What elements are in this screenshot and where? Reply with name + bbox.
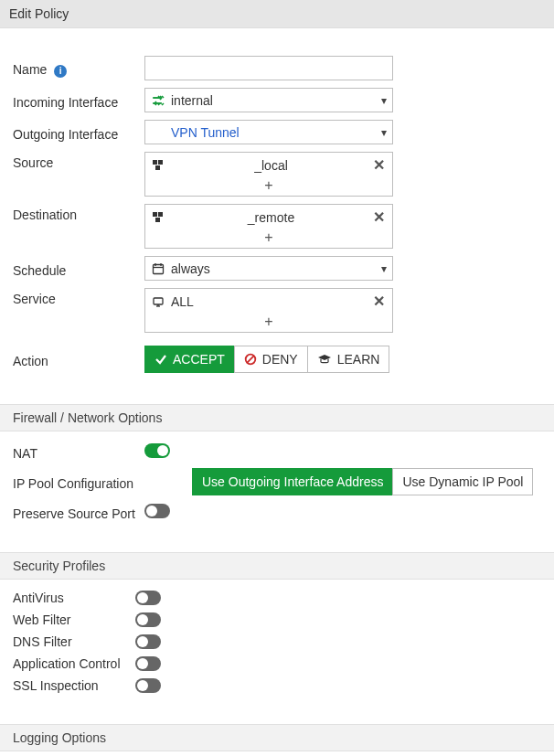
- outgoing-interface-select[interactable]: VPN Tunnel ▾: [144, 120, 393, 144]
- service-tag: ALL ✕: [145, 289, 392, 314]
- action-button-group: ACCEPT DENY LEARN: [144, 346, 389, 373]
- svg-rect-10: [154, 298, 163, 304]
- svg-rect-4: [158, 212, 163, 217]
- chevron-down-icon: ▾: [381, 94, 387, 107]
- antivirus-label: AntiVirus: [13, 591, 135, 605]
- action-deny-button[interactable]: DENY: [234, 346, 308, 373]
- remove-source-icon[interactable]: ✕: [371, 156, 387, 174]
- appcontrol-toggle[interactable]: [135, 656, 161, 671]
- learn-icon: [317, 353, 332, 366]
- source-tag: _local ✕: [145, 153, 392, 177]
- add-service-button[interactable]: +: [145, 314, 392, 332]
- security-section-heading: Security Profiles: [0, 552, 554, 580]
- remove-destination-icon[interactable]: ✕: [371, 208, 387, 226]
- destination-tagbox[interactable]: _remote ✕ +: [144, 204, 393, 249]
- schedule-select[interactable]: always ▾: [144, 256, 393, 281]
- preserve-port-toggle[interactable]: [144, 504, 170, 518]
- schedule-value: always: [171, 261, 381, 276]
- source-tagbox[interactable]: _local ✕ +: [144, 152, 393, 197]
- service-tag-text: ALL: [171, 294, 371, 309]
- webfilter-toggle[interactable]: [135, 612, 161, 627]
- outgoing-interface-value: VPN Tunnel: [171, 125, 381, 140]
- page-title: Edit Policy: [0, 0, 554, 28]
- outgoing-interface-label: Outgoing Interface: [13, 123, 144, 142]
- nat-label: NAT: [13, 442, 144, 461]
- svg-rect-1: [158, 160, 163, 165]
- webfilter-label: Web Filter: [13, 612, 135, 627]
- action-accept-text: ACCEPT: [173, 352, 225, 367]
- sslinspect-label: SSL Inspection: [13, 678, 135, 693]
- svg-line-14: [247, 356, 254, 363]
- antivirus-toggle[interactable]: [135, 591, 161, 605]
- nat-toggle[interactable]: [144, 443, 170, 458]
- remove-service-icon[interactable]: ✕: [371, 293, 387, 310]
- appcontrol-label: Application Control: [13, 656, 135, 671]
- destination-tag: _remote ✕: [145, 205, 392, 229]
- source-tag-text: _local: [171, 158, 371, 173]
- action-learn-button[interactable]: LEARN: [307, 346, 390, 373]
- sslinspect-toggle[interactable]: [135, 678, 161, 693]
- ippool-label: IP Pool Configuration: [13, 473, 192, 491]
- svg-rect-5: [155, 218, 160, 222]
- logging-section-heading: Logging Options: [0, 724, 554, 751]
- name-input-field[interactable]: [151, 61, 387, 75]
- deny-icon: [244, 353, 257, 366]
- add-source-button[interactable]: +: [145, 177, 392, 196]
- svg-rect-0: [153, 160, 157, 165]
- firewall-section-heading: Firewall / Network Options: [0, 404, 554, 431]
- name-label-text: Name: [13, 62, 47, 77]
- source-label: Source: [13, 152, 144, 170]
- preserve-port-label: Preserve Source Port: [13, 503, 144, 521]
- add-destination-button[interactable]: +: [145, 229, 392, 248]
- incoming-interface-select[interactable]: internal ▾: [144, 88, 393, 112]
- address-group-icon: [151, 159, 165, 172]
- svg-rect-6: [154, 264, 164, 273]
- dnsfilter-toggle[interactable]: [135, 634, 161, 649]
- incoming-interface-label: Incoming Interface: [13, 91, 144, 110]
- service-tagbox[interactable]: ALL ✕ +: [144, 288, 393, 333]
- ippool-segment-group: Use Outgoing Interface Address Use Dynam…: [192, 468, 533, 495]
- ippool-outgoing-button[interactable]: Use Outgoing Interface Address: [192, 468, 393, 495]
- destination-tag-text: _remote: [171, 210, 371, 225]
- name-label: Name i: [13, 59, 144, 78]
- info-icon[interactable]: i: [54, 65, 67, 78]
- destination-label: Destination: [13, 204, 144, 222]
- action-deny-text: DENY: [262, 352, 298, 367]
- service-label: Service: [13, 288, 144, 306]
- name-input[interactable]: [144, 56, 393, 80]
- incoming-interface-value: internal: [171, 93, 381, 108]
- dnsfilter-label: DNS Filter: [13, 634, 135, 649]
- svg-rect-2: [155, 165, 160, 170]
- service-icon: [151, 295, 165, 308]
- check-icon: [154, 353, 167, 366]
- ippool-dynamic-button[interactable]: Use Dynamic IP Pool: [392, 468, 533, 495]
- action-label: Action: [13, 350, 144, 368]
- svg-rect-3: [153, 212, 157, 217]
- chevron-down-icon: ▾: [381, 262, 387, 275]
- schedule-label: Schedule: [13, 260, 144, 278]
- address-group-icon: [151, 211, 165, 224]
- interface-icon: [151, 94, 165, 107]
- action-learn-text: LEARN: [337, 352, 380, 367]
- schedule-icon: [151, 262, 165, 275]
- chevron-down-icon: ▾: [381, 126, 387, 139]
- action-accept-button[interactable]: ACCEPT: [144, 346, 235, 373]
